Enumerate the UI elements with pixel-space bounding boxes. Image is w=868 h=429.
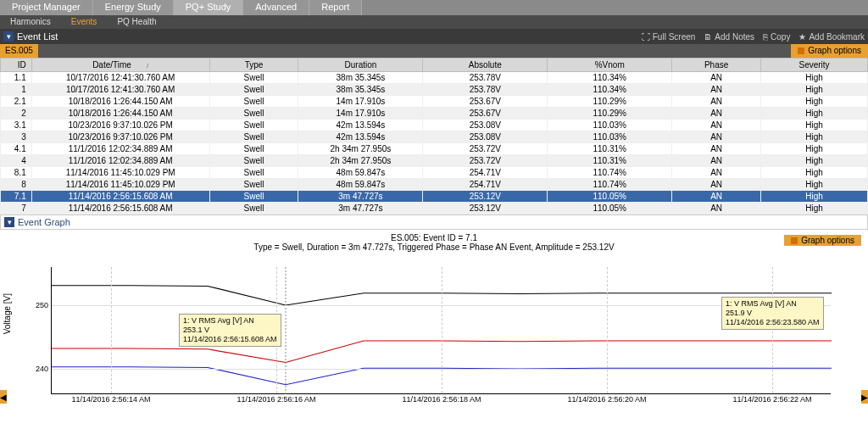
col-vnom[interactable]: %Vnom bbox=[548, 58, 672, 72]
cell: High bbox=[761, 120, 868, 131]
table-row[interactable]: 8.111/14/2016 11:45:10.029 PMSwell48m 59… bbox=[1, 167, 868, 179]
cell: 110.29% bbox=[548, 96, 672, 108]
graph-options-button-2[interactable]: Graph options bbox=[784, 235, 861, 246]
cell: 42m 13.594s bbox=[298, 120, 423, 131]
cell: 8 bbox=[1, 179, 32, 191]
tab-advanced[interactable]: Advanced bbox=[243, 0, 309, 15]
event-list-header: ▾ Event List ⛶Full Screen 🗎Add Notes ⎘Co… bbox=[0, 29, 868, 44]
cell: 8.1 bbox=[1, 167, 32, 179]
add-bookmark-button[interactable]: ★Add Bookmark bbox=[798, 32, 865, 42]
cell: 110.31% bbox=[548, 143, 672, 155]
col-duration[interactable]: Duration bbox=[298, 58, 423, 72]
table-header-row: ID Date/Time/ Type Duration Absolute %Vn… bbox=[1, 58, 868, 72]
cell: 254.71V bbox=[423, 179, 548, 191]
y-tick: 250 bbox=[36, 301, 52, 309]
square-icon bbox=[798, 47, 804, 54]
collapse-event-graph-icon[interactable]: ▾ bbox=[4, 217, 14, 227]
x-tick: 11/14/2016 2:56:20 AM bbox=[567, 393, 646, 404]
tab-report[interactable]: Report bbox=[309, 0, 362, 15]
tab-pq-study[interactable]: PQ+ Study bbox=[174, 0, 244, 15]
cell: 254.71V bbox=[423, 167, 548, 179]
cell: 253.72V bbox=[423, 155, 548, 167]
cell: 253.72V bbox=[423, 143, 548, 155]
cell: 10/17/2016 12:41:30.760 AM bbox=[31, 72, 209, 84]
table-row[interactable]: 3.110/23/2016 9:37:10.026 PMSwell42m 13.… bbox=[1, 120, 868, 131]
scroll-right-icon[interactable]: ▶ bbox=[861, 390, 868, 404]
col-type[interactable]: Type bbox=[209, 58, 298, 72]
cell: 110.34% bbox=[548, 72, 672, 84]
cell: 253.08V bbox=[423, 120, 548, 131]
cell: High bbox=[761, 96, 868, 108]
gridline-v bbox=[772, 267, 773, 393]
table-row[interactable]: 7.111/14/2016 2:56:15.608 AMSwell3m 47.7… bbox=[1, 191, 868, 203]
cell: Swell bbox=[209, 131, 298, 143]
gridline-v bbox=[607, 267, 608, 393]
tab-energy-study[interactable]: Energy Study bbox=[93, 0, 174, 15]
cell: High bbox=[761, 108, 868, 120]
graph-options-button[interactable]: Graph options bbox=[791, 44, 868, 58]
cell: High bbox=[761, 143, 868, 155]
table-row[interactable]: 310/23/2016 9:37:10.026 PMSwell42m 13.59… bbox=[1, 131, 868, 143]
cell: High bbox=[761, 72, 868, 84]
col-phase[interactable]: Phase bbox=[672, 58, 761, 72]
cell: High bbox=[761, 84, 868, 96]
subtab-pq-health[interactable]: PQ Health bbox=[107, 15, 166, 29]
cell: 38m 35.345s bbox=[298, 72, 423, 84]
col-id[interactable]: ID bbox=[1, 58, 32, 72]
tooltip-2: 1: V RMS Avg [V] AN 251.9 V 11/14/2016 2… bbox=[721, 297, 824, 330]
main-tabs: Project Manager Energy Study PQ+ Study A… bbox=[0, 0, 868, 15]
table-row[interactable]: 110/17/2016 12:41:30.760 AMSwell38m 35.3… bbox=[1, 84, 868, 96]
cell: 42m 13.594s bbox=[298, 131, 423, 143]
cell: 2h 34m 27.950s bbox=[298, 155, 423, 167]
square-icon bbox=[791, 237, 798, 244]
table-row[interactable]: 411/1/2016 12:02:34.889 AMSwell2h 34m 27… bbox=[1, 155, 868, 167]
cell: 14m 17.910s bbox=[298, 96, 423, 108]
subtab-harmonics[interactable]: Harmonics bbox=[0, 15, 61, 29]
subtab-events[interactable]: Events bbox=[61, 15, 108, 29]
cell: 110.03% bbox=[548, 131, 672, 143]
cell: Swell bbox=[209, 96, 298, 108]
cell: High bbox=[761, 203, 868, 214]
scroll-left-icon[interactable]: ◀ bbox=[0, 390, 7, 404]
x-tick: 11/14/2016 2:56:16 AM bbox=[236, 393, 315, 404]
collapse-event-list-icon[interactable]: ▾ bbox=[3, 31, 14, 42]
cell: AN bbox=[672, 72, 761, 84]
cell: 110.74% bbox=[548, 167, 672, 179]
table-row[interactable]: 4.111/1/2016 12:02:34.889 AMSwell2h 34m … bbox=[1, 143, 868, 155]
table-row[interactable]: 811/14/2016 11:45:10.029 PMSwell48m 59.8… bbox=[1, 179, 868, 191]
cell: Swell bbox=[209, 84, 298, 96]
tab-project-manager[interactable]: Project Manager bbox=[0, 0, 93, 15]
bookmark-icon: ★ bbox=[798, 32, 806, 42]
table-row[interactable]: 1.110/17/2016 12:41:30.760 AMSwell38m 35… bbox=[1, 72, 868, 84]
cell: 11/1/2016 12:02:34.889 AM bbox=[31, 155, 209, 167]
cell: High bbox=[761, 167, 868, 179]
event-graph-header: ▾ Event Graph bbox=[0, 214, 868, 230]
cell: AN bbox=[672, 179, 761, 191]
plot[interactable]: 1: V RMS Avg [V] AN 253.1 V 11/14/2016 2… bbox=[51, 267, 831, 394]
col-severity[interactable]: Severity bbox=[761, 58, 868, 72]
cell: 110.31% bbox=[548, 155, 672, 167]
col-absolute[interactable]: Absolute bbox=[423, 58, 548, 72]
cell: High bbox=[761, 155, 868, 167]
gridline-v bbox=[111, 267, 112, 393]
cell: AN bbox=[672, 167, 761, 179]
fullscreen-button[interactable]: ⛶Full Screen bbox=[642, 32, 696, 42]
x-tick: 11/14/2016 2:56:22 AM bbox=[732, 393, 811, 404]
event-graph-title: Event Graph bbox=[18, 217, 70, 227]
col-datetime[interactable]: Date/Time/ bbox=[31, 58, 209, 72]
table-row[interactable]: 210/18/2016 1:26:44.150 AMSwell14m 17.91… bbox=[1, 108, 868, 120]
cell: 11/1/2016 12:02:34.889 AM bbox=[31, 143, 209, 155]
table-row[interactable]: 711/14/2016 2:56:15.608 AMSwell3m 47.727… bbox=[1, 203, 868, 214]
cell: 110.34% bbox=[548, 84, 672, 96]
cell: AN bbox=[672, 143, 761, 155]
cell: 110.03% bbox=[548, 120, 672, 131]
cell: 4.1 bbox=[1, 143, 32, 155]
table-row[interactable]: 2.110/18/2016 1:26:44.150 AMSwell14m 17.… bbox=[1, 96, 868, 108]
cell: 253.12V bbox=[423, 203, 548, 214]
event-table: ID Date/Time/ Type Duration Absolute %Vn… bbox=[0, 58, 868, 214]
copy-button[interactable]: ⎘Copy bbox=[763, 32, 790, 42]
chart-area[interactable]: Voltage [V] 1: V RMS Avg [V] AN 253.1 V … bbox=[42, 267, 851, 429]
cell: Swell bbox=[209, 72, 298, 84]
add-notes-button[interactable]: 🗎Add Notes bbox=[704, 32, 754, 42]
cell: 4 bbox=[1, 155, 32, 167]
